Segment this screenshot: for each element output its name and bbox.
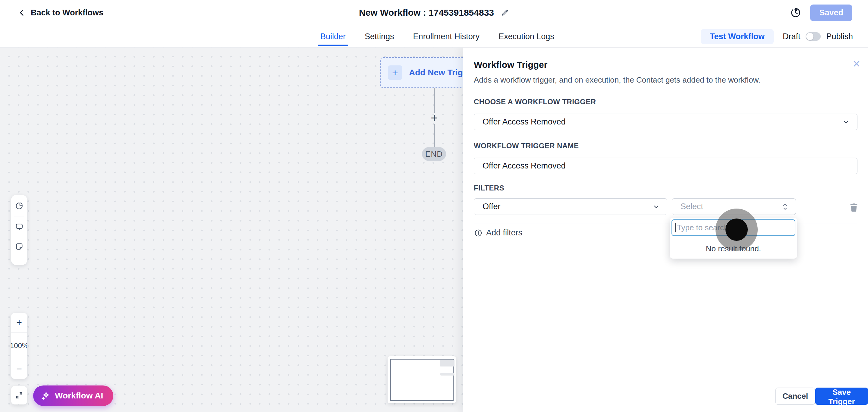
edit-pencil-icon[interactable]	[501, 8, 509, 17]
tab-enrollment-history[interactable]: Enrollment History	[412, 25, 481, 47]
minimap-end-node	[440, 373, 455, 376]
chevron-down-icon	[842, 118, 850, 126]
save-trigger-button[interactable]: Save Trigger	[815, 388, 868, 405]
toggle-knob	[806, 33, 813, 40]
sparkles-icon	[41, 391, 50, 400]
trash-icon	[849, 202, 859, 213]
add-step-plus-icon[interactable]: +	[428, 112, 441, 124]
add-filters-link[interactable]: Add filters	[474, 228, 522, 237]
tab-settings[interactable]: Settings	[364, 25, 396, 47]
zoom-out-button[interactable]: −	[11, 359, 27, 379]
filter-value-select[interactable]: Select	[672, 198, 796, 215]
fit-view-button[interactable]	[11, 386, 27, 405]
search-input[interactable]	[672, 219, 795, 236]
tab-bar: Builder Settings Enrollment History Exec…	[0, 25, 868, 47]
text-caret	[675, 223, 676, 232]
version-history-icon[interactable]	[790, 7, 801, 18]
workflow-builder-app: Back to Workflows New Workflow : 1745391…	[0, 0, 868, 412]
filter-value-dropdown: No result found.	[670, 218, 797, 259]
minimap-trigger-node	[440, 360, 455, 367]
workflow-title-group: New Workflow : 1745391854833	[359, 0, 509, 25]
trigger-name-label: WORKFLOW TRIGGER NAME	[474, 141, 579, 150]
filters-divider	[474, 224, 858, 224]
connector-line-bottom	[434, 124, 435, 147]
filter-field-value: Offer	[483, 202, 501, 211]
delete-filter-button[interactable]	[848, 201, 860, 213]
tabbar-right: Test Workflow Draft Publish	[701, 25, 853, 47]
workflow-trigger-panel: ✕ Workflow Trigger Adds a workflow trigg…	[463, 47, 868, 412]
plus-icon: +	[388, 65, 402, 80]
end-node: END	[422, 147, 446, 161]
chevron-up-down-icon	[782, 203, 788, 211]
workflow-canvas[interactable]: + Add New Trigger + END	[0, 47, 463, 412]
zoom-controls: + 100% −	[11, 313, 27, 379]
add-new-trigger-node[interactable]: + Add New Trigger	[380, 57, 463, 88]
workflow-ai-button[interactable]: Workflow AI	[33, 385, 113, 406]
trigger-select-value: Offer Access Removed	[483, 117, 566, 127]
tab-execution-logs[interactable]: Execution Logs	[497, 25, 555, 47]
toolbar-divider	[14, 216, 24, 216]
test-workflow-button[interactable]: Test Workflow	[701, 29, 774, 44]
add-new-trigger-label: Add New Trigger	[409, 68, 463, 77]
minimap[interactable]	[388, 356, 456, 403]
zoom-in-button[interactable]: +	[11, 313, 27, 333]
expand-icon	[15, 391, 23, 399]
close-icon[interactable]: ✕	[849, 57, 864, 71]
zoom-level: 100%	[11, 333, 27, 359]
tab-builder[interactable]: Builder	[319, 25, 347, 47]
sticky-note-icon[interactable]	[15, 242, 24, 251]
publish-toggle-group: Draft Publish	[783, 32, 853, 41]
panel-title: Workflow Trigger	[474, 60, 547, 70]
saved-button[interactable]: Saved	[810, 4, 852, 21]
connector-line-top	[434, 88, 435, 113]
canvas-side-toolbar	[11, 195, 27, 265]
trigger-name-input[interactable]	[474, 158, 858, 174]
top-bar: Back to Workflows New Workflow : 1745391…	[0, 0, 868, 25]
chevron-left-icon	[18, 9, 26, 17]
filter-field-select[interactable]: Offer	[474, 198, 667, 215]
tabs: Builder Settings Enrollment History Exec…	[319, 25, 555, 47]
back-to-workflows-link[interactable]: Back to Workflows	[18, 0, 103, 25]
topbar-right: Saved	[790, 0, 852, 25]
publish-toggle[interactable]	[806, 32, 821, 41]
cancel-button[interactable]: Cancel	[775, 388, 815, 405]
workflow-ai-label: Workflow AI	[55, 391, 103, 401]
filters-label: FILTERS	[474, 184, 504, 192]
choose-trigger-label: CHOOSE A WORKFLOW TRIGGER	[474, 98, 596, 106]
page-title: New Workflow : 1745391854833	[359, 7, 494, 18]
panel-description: Adds a workflow trigger, and on executio…	[474, 75, 761, 85]
workflow-trigger-select[interactable]: Offer Access Removed	[474, 114, 858, 130]
publish-label: Publish	[826, 32, 853, 41]
chevron-down-icon	[652, 203, 660, 210]
draft-label: Draft	[783, 32, 801, 41]
filter-value-placeholder: Select	[681, 202, 703, 211]
add-circle-icon	[474, 229, 483, 237]
back-link-label: Back to Workflows	[31, 8, 103, 18]
search-input-wrap	[672, 219, 795, 236]
comment-icon[interactable]	[15, 222, 24, 231]
no-result-text: No result found.	[670, 244, 797, 253]
add-filters-label: Add filters	[486, 228, 522, 237]
stats-pie-icon[interactable]	[15, 202, 24, 210]
